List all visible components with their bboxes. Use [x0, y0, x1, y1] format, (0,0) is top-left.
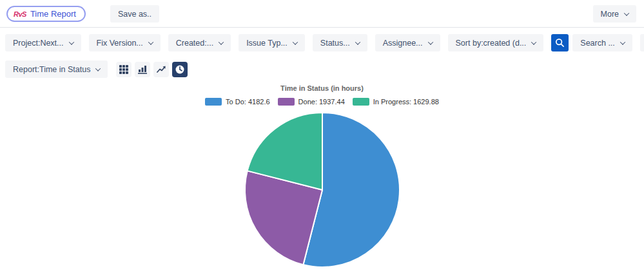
view-switcher [116, 62, 188, 77]
chevron-down-icon [427, 39, 433, 44]
chevron-down-icon [219, 39, 224, 44]
filter-right-group: Fields Statuses [640, 34, 644, 51]
search-group: Search ... [551, 34, 632, 51]
report-selector-dropdown[interactable]: Report:Time in Status [5, 61, 108, 78]
filter-issue-type-dropdown[interactable]: Issue Typ... [239, 34, 305, 51]
filter-label: Issue Typ... [246, 39, 288, 48]
chevron-down-icon [531, 39, 536, 44]
filter-sort-by-dropdown[interactable]: Sort by:created (d... [448, 34, 544, 51]
report-selector-label: Report:Time in Status [13, 65, 90, 74]
legend-item-done[interactable]: Done: 1937.44 [278, 98, 345, 106]
line-chart-view-icon [157, 65, 166, 74]
filter-fix-version-dropdown[interactable]: Fix Version... [89, 34, 161, 51]
save-as-label: Save as.. [118, 10, 151, 19]
legend-label: To Do: 4182.6 [226, 98, 270, 106]
filter-assignee-dropdown[interactable]: Assignee... [375, 34, 440, 51]
legend-item-in-progress[interactable]: In Progress: 1629.88 [353, 98, 439, 106]
chevron-down-icon [95, 66, 101, 71]
search-icon [555, 38, 565, 48]
legend-swatch-done [278, 98, 295, 106]
table-view-button[interactable] [116, 62, 132, 77]
report-bar: Report:Time in Status [0, 51, 644, 78]
filter-project-dropdown[interactable]: Project:Next... [5, 34, 81, 51]
clock-icon [175, 64, 185, 75]
legend-item-to-do[interactable]: To Do: 4182.6 [205, 98, 270, 106]
chart-area: Time in Status (in hours) To Do: 4182.6 … [0, 84, 644, 270]
time-in-status-view-button[interactable] [172, 62, 188, 77]
chevron-down-icon [148, 39, 153, 44]
header-bar: RvS Time Report Save as.. More [0, 0, 644, 27]
filter-created-dropdown[interactable]: Created:... [168, 34, 231, 51]
bar-chart-view-button[interactable] [135, 62, 150, 77]
filter-status-dropdown[interactable]: Status... [313, 34, 367, 51]
search-dropdown[interactable]: Search ... [572, 34, 632, 51]
filter-label: Project:Next... [13, 39, 64, 48]
legend-label: Done: 1937.44 [298, 98, 345, 106]
filter-label: Fix Version... [97, 39, 143, 48]
filter-bar: Project:Next... Fix Version... Created:.… [0, 28, 644, 51]
app-title: Time Report [30, 9, 76, 19]
app-logo-pill[interactable]: RvS Time Report [6, 6, 86, 22]
more-label: More [601, 10, 619, 19]
chevron-down-icon [293, 39, 298, 44]
chevron-down-icon [624, 10, 629, 15]
search-button[interactable] [551, 34, 569, 51]
fields-dropdown[interactable]: Fields [640, 34, 644, 51]
legend-swatch-to-do [205, 98, 222, 106]
filter-label: Sort by:created (d... [456, 39, 527, 48]
filter-label: Created:... [176, 39, 213, 48]
bar-chart-view-icon [138, 65, 147, 74]
chevron-down-icon [355, 39, 360, 44]
chevron-down-icon [68, 39, 73, 44]
legend-label: In Progress: 1629.88 [373, 98, 439, 106]
chart-legend: To Do: 4182.6 Done: 1937.44 In Progress:… [0, 98, 644, 106]
chevron-down-icon [620, 39, 625, 44]
more-button[interactable]: More [593, 5, 636, 23]
line-chart-view-button[interactable] [153, 62, 169, 77]
save-as-button[interactable]: Save as.. [110, 5, 159, 23]
search-dropdown-label: Search ... [580, 39, 615, 48]
legend-swatch-in-progress [353, 98, 369, 106]
filter-label: Assignee... [383, 39, 423, 48]
filter-label: Status... [320, 39, 350, 48]
rvs-logo-icon: RvS [14, 10, 26, 18]
table-view-icon [119, 65, 128, 74]
chart-title: Time in Status (in hours) [0, 84, 644, 92]
pie-chart [242, 109, 403, 270]
